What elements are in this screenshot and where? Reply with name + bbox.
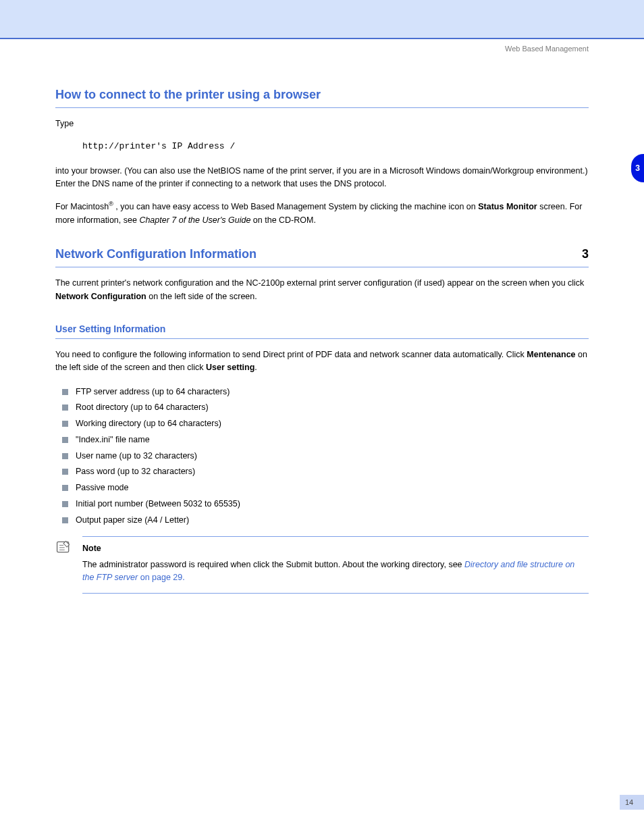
- breadcrumb: Web Based Management: [55, 45, 589, 53]
- list-item: Working directory (up to 64 characters): [55, 416, 589, 432]
- code-line: http://printer's IP Address /: [82, 140, 589, 153]
- text: The current printer's network configurat…: [55, 278, 584, 288]
- text: , you can have easy access to Web Based …: [115, 202, 475, 211]
- settings-list: FTP server address (up to 64 characters)…: [55, 384, 589, 529]
- bold-text: Mentenance: [527, 350, 575, 359]
- section-body: Type http://printer's IP Address / into …: [55, 118, 589, 227]
- text: For Macintosh: [55, 202, 109, 211]
- text: on the CD-ROM.: [253, 215, 316, 225]
- section-heading-connect: How to connect to the printer using a br…: [55, 88, 589, 108]
- section-body: The current printer's network configurat…: [55, 277, 589, 303]
- section-heading-network-config: Network Configuration Information 3: [55, 247, 589, 267]
- text: on page 29.: [140, 573, 185, 582]
- section-heading-user-setting: User Setting Information: [55, 323, 589, 339]
- italic-text: Chapter 7 of the User's Guide: [139, 215, 250, 225]
- list-item: Initial port number (Between 5032 to 655…: [55, 496, 589, 513]
- bold-text: Status Monitor: [478, 202, 537, 211]
- list-item: FTP server address (up to 64 characters): [55, 384, 589, 400]
- text: The administrator password is required w…: [82, 560, 462, 569]
- page-number: 14: [620, 795, 644, 810]
- heading-text: Network Configuration Information: [55, 247, 257, 261]
- list-item: User name (up to 32 characters): [55, 448, 589, 465]
- bold-text: User setting: [206, 363, 254, 372]
- list-item: Pass word (up to 32 characters): [55, 464, 589, 480]
- note-block: Note The administrator password is requi…: [82, 536, 589, 593]
- note-label: Note: [82, 542, 589, 555]
- paragraph: For Macintosh® , you can have easy acces…: [55, 200, 589, 227]
- note-icon: [55, 540, 72, 554]
- text: .: [254, 363, 257, 372]
- paragraph: The current printer's network configurat…: [55, 277, 589, 303]
- list-item: Root directory (up to 64 characters): [55, 400, 589, 416]
- text: on the left side of the screen.: [149, 292, 257, 301]
- note-body: The administrator password is required w…: [82, 558, 589, 585]
- section-number: 3: [582, 247, 589, 261]
- paragraph: You need to configure the following info…: [55, 348, 589, 375]
- text: Type: [55, 119, 74, 128]
- paragraph: Type: [55, 118, 589, 130]
- section-body: You need to configure the following info…: [55, 348, 589, 594]
- list-item: "Index.ini" file name: [55, 432, 589, 448]
- list-item: Passive mode: [55, 480, 589, 496]
- list-item: Output paper size (A4 / Letter): [55, 513, 589, 529]
- bold-text: Network Configuration: [55, 292, 146, 301]
- header-band: [0, 0, 644, 39]
- text: You need to configure the following info…: [55, 350, 525, 359]
- paragraph: into your browser. (You can also use the…: [55, 165, 589, 191]
